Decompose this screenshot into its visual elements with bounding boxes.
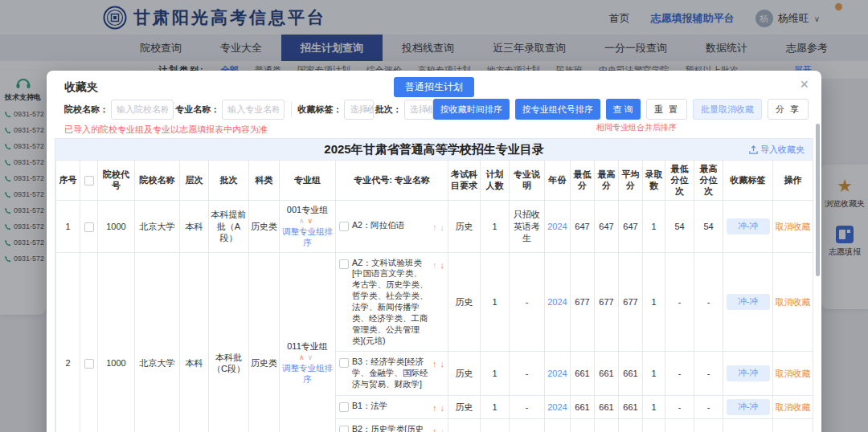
major-name-input[interactable] — [222, 100, 285, 120]
table-scrollbar[interactable] — [816, 124, 820, 276]
col-select — [80, 161, 98, 201]
group-cell: 001专业组 ∧∨ 调整专业组排序 — [280, 201, 336, 252]
col-subject: 科类 — [249, 161, 280, 201]
table-title-bar: 2025年甘肃省普通高等学校招生专业目录 导入收藏夹 — [55, 139, 813, 160]
year-link[interactable]: 2024 — [547, 369, 567, 378]
cancel-favorite-link[interactable]: 取消收藏 — [776, 402, 811, 412]
move-major-up-icon[interactable]: ↑ — [432, 222, 437, 233]
favorites-table: 2025年甘肃省普通高等学校招生专业目录 导入收藏夹 序号 院校代号 — [55, 138, 813, 432]
query-button[interactable]: 查 询 — [606, 99, 641, 120]
strategy-tag: 冲-冲 — [727, 294, 770, 310]
table-row: 1 1000 北京大学 本科 本科提前批（A段） 历史类 001专业组 ∧∨ 调… — [56, 201, 813, 252]
import-icon — [749, 145, 758, 154]
row-checkbox[interactable] — [84, 222, 94, 232]
tag-label: 收藏标签： — [297, 104, 342, 116]
move-major-up-icon[interactable]: ↑ — [432, 426, 437, 432]
strategy-tag: 冲-冲 — [727, 365, 770, 381]
sort-by-time-button[interactable]: 按收藏时间排序 — [433, 99, 510, 120]
move-major-up-icon[interactable]: ↑ — [432, 358, 437, 369]
col-min-rank: 最低分位次 — [665, 161, 694, 201]
col-cnt: 录取数 — [643, 161, 665, 201]
adjust-group-order-link[interactable]: 调整专业组排序 — [281, 363, 334, 385]
move-major-down-icon[interactable]: ↓ — [440, 426, 445, 432]
batch-select[interactable]: 选择批次∨ — [404, 100, 433, 120]
col-level: 层次 — [180, 161, 209, 201]
batch-cancel-favorite-button[interactable]: 批量取消收藏 — [693, 99, 762, 120]
col-avg: 平均分 — [619, 161, 643, 201]
move-major-down-icon[interactable]: ↓ — [440, 402, 445, 414]
strategy-tag: 冲-冲 — [727, 218, 770, 234]
filter-row: 院校名称： 专业名称： 收藏标签： 选择收藏标签∨ 批次： 选择批次∨ 按收藏时… — [64, 98, 809, 120]
col-min: 最低分 — [571, 161, 595, 201]
chevron-down-icon: ∨ — [365, 105, 371, 113]
adjust-group-order-link[interactable]: 调整专业组排序 — [281, 226, 334, 248]
school-name-label: 院校名称： — [64, 104, 108, 116]
major-checkbox[interactable] — [339, 426, 349, 432]
table-row: 2 1000 北京大学 本科 本科批（C段） 历史类 011专业组 ∧∨ 调整专… — [56, 252, 813, 352]
chevron-down-icon: ∨ — [424, 105, 430, 113]
reset-button[interactable]: 重 置 — [646, 99, 687, 120]
tag-select[interactable]: 选择收藏标签∨ — [344, 100, 373, 120]
import-favorites-button[interactable]: 导入收藏夹 — [749, 144, 805, 156]
cancel-favorite-link[interactable]: 取消收藏 — [776, 369, 811, 378]
school-name-input[interactable] — [111, 100, 174, 120]
move-group-down-icon[interactable]: ∨ — [308, 217, 317, 225]
major-checkbox[interactable] — [339, 259, 349, 269]
move-group-up-icon[interactable]: ∧ — [299, 353, 308, 361]
year-link[interactable]: 2024 — [547, 222, 567, 231]
row-checkbox[interactable] — [84, 359, 94, 369]
move-major-up-icon[interactable]: ↑ — [432, 259, 437, 271]
cancel-favorite-link[interactable]: 取消收藏 — [776, 222, 811, 231]
sort-by-group-code-button[interactable]: 按专业组代号排序 — [515, 99, 600, 120]
move-major-down-icon[interactable]: ↓ — [440, 222, 445, 233]
col-tag: 收藏标签 — [723, 161, 773, 201]
close-icon[interactable]: × — [800, 77, 809, 92]
col-year: 年份 — [545, 161, 571, 201]
year-link[interactable]: 2024 — [547, 297, 567, 307]
favorites-modal: 收藏夹 普通招生计划 × 院校名称： 专业名称： 收藏标签： 选择收藏标签∨ 批… — [47, 71, 821, 432]
move-group-up-icon[interactable]: ∧ — [299, 217, 308, 225]
major-checkbox[interactable] — [339, 222, 349, 231]
col-op: 操作 — [773, 161, 813, 201]
col-code: 院校代号 — [98, 161, 135, 201]
batch-label: 批次： — [375, 104, 402, 116]
sort-note: 相同专业组合并后排序 — [596, 122, 677, 133]
share-button[interactable]: 分 享 — [768, 99, 809, 120]
action-buttons: 按收藏时间排序 按专业组代号排序 查 询 重 置 批量取消收藏 分 享 — [433, 99, 809, 120]
col-seq: 序号 — [56, 161, 80, 201]
cancel-favorite-link[interactable]: 取消收藏 — [776, 297, 811, 307]
plan-type-badge-button[interactable]: 普通招生计划 — [394, 77, 474, 97]
modal-title: 收藏夹 — [64, 80, 98, 95]
strategy-tag: 冲-冲 — [727, 399, 770, 415]
select-all-checkbox[interactable] — [84, 176, 94, 185]
move-group-down-icon[interactable]: ∨ — [308, 353, 317, 361]
col-plan: 计划人数 — [481, 161, 510, 201]
col-group: 专业组 — [280, 161, 336, 201]
major-checkbox[interactable] — [339, 402, 349, 412]
col-note: 专业说明 — [510, 161, 545, 201]
col-school: 院校名称 — [135, 161, 180, 201]
group-cell: 011专业组 ∧∨ 调整专业组排序 — [280, 252, 336, 432]
major-name-label: 专业名称： — [175, 104, 219, 116]
table-header-row: 序号 院校代号 院校名称 层次 批次 科类 专业组 专业代号: 专业名称 考试科… — [56, 161, 813, 201]
move-major-down-icon[interactable]: ↓ — [440, 259, 445, 271]
col-major: 专业代号: 专业名称 — [336, 161, 448, 201]
col-batch: 批次 — [209, 161, 249, 201]
col-max-rank: 最高分位次 — [694, 161, 723, 201]
col-max: 最高分 — [595, 161, 619, 201]
move-major-down-icon[interactable]: ↓ — [440, 358, 445, 369]
major-checkbox[interactable] — [339, 358, 349, 368]
table-title: 2025年甘肃省普通高等学校招生专业目录 — [324, 142, 543, 157]
col-exam: 考试科目要求 — [448, 161, 481, 201]
import-note: 已导入的院校专业组及专业以志愿填报表中内容为准 — [64, 124, 268, 136]
move-major-up-icon[interactable]: ↑ — [432, 402, 437, 414]
year-link[interactable]: 2024 — [547, 402, 567, 412]
